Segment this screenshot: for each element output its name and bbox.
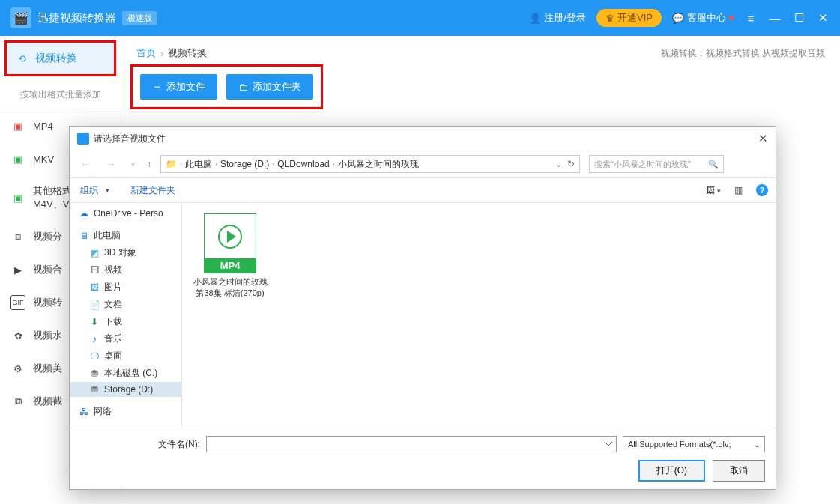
search-input[interactable]: 搜索"小风暴之时间的玫瑰" 🔍 xyxy=(589,155,724,173)
sidebar-active-label: 视频转换 xyxy=(35,52,77,65)
tree-drive-d[interactable]: ⛃Storage (D:) xyxy=(70,382,181,397)
new-folder-button[interactable]: 新建文件夹 xyxy=(127,183,178,198)
add-file-label: 添加文件 xyxy=(166,80,205,94)
cancel-button[interactable]: 取消 xyxy=(713,460,765,482)
file-filter-select[interactable]: All Supported Formats(*.qlv; ⌄ xyxy=(623,436,765,452)
file-ext-badge: MP4 xyxy=(205,258,256,273)
path-seg[interactable]: 此电脑 xyxy=(185,158,212,171)
vip-label: 开通VIP xyxy=(617,11,653,25)
view-mode-button[interactable]: 🖼 ▾ xyxy=(706,185,721,195)
sidebar-label: 视频截 xyxy=(33,395,62,408)
sidebar-label: MP4 xyxy=(33,121,53,132)
nav-forward-button[interactable]: → xyxy=(103,158,119,170)
sidebar-label: 视频水 xyxy=(33,329,62,342)
sidebar-label: 视频美 xyxy=(33,362,62,375)
split-icon: ⧈ xyxy=(10,229,25,244)
mp4-icon: ▣ xyxy=(10,118,25,133)
add-folder-label: 添加文件夹 xyxy=(253,80,301,94)
tree-documents[interactable]: 📄文档 xyxy=(70,296,181,313)
merge-icon: ▶ xyxy=(10,262,25,277)
minimize-button[interactable]: — xyxy=(768,11,782,25)
edition-badge: 极速版 xyxy=(122,11,157,25)
nav-back-button[interactable]: ← xyxy=(77,158,94,170)
folder-tree: ☁OneDrive - Perso 🖥此电脑 ◩3D 对象 🎞视频 🖼图片 📄文… xyxy=(70,203,182,428)
tree-videos[interactable]: 🎞视频 xyxy=(70,261,181,279)
tree-desktop[interactable]: 🖵桌面 xyxy=(70,347,181,365)
login-link[interactable]: 👤 注册/登录 xyxy=(529,11,586,25)
filename-input[interactable] xyxy=(206,436,617,452)
notification-dot-icon xyxy=(729,16,734,20)
nav-recent-button[interactable]: ▾ xyxy=(128,160,138,168)
gif-icon: GIF xyxy=(10,295,25,310)
support-link[interactable]: 💬 客服中心 xyxy=(672,11,734,25)
watermark-icon: ✿ xyxy=(10,328,25,343)
help-button[interactable]: ? xyxy=(756,184,768,196)
dialog-title: 请选择音视频文件 xyxy=(94,133,166,145)
tree-drive-c[interactable]: ⛃本地磁盘 (C:) xyxy=(70,365,181,382)
convert-icon: ⟲ xyxy=(14,51,29,66)
maximize-button[interactable]: ☐ xyxy=(792,11,806,25)
sidebar-label: 视频转 xyxy=(33,296,62,309)
chevron-right-icon: › xyxy=(333,160,335,168)
breadcrumb-desc: 视频转换：视频格式转换,从视频提取音频 xyxy=(661,47,825,60)
sidebar-item-video-convert[interactable]: ⟲ 视频转换 xyxy=(4,40,116,76)
chevron-down-icon: ⌄ xyxy=(754,440,760,449)
pc-icon: 🖥 xyxy=(79,231,89,241)
breadcrumb: 首页 › 视频转换 视频转换：视频格式转换,从视频提取音频 xyxy=(121,36,840,64)
tree-3dobjects[interactable]: ◩3D 对象 xyxy=(70,244,181,261)
user-icon: 👤 xyxy=(529,13,541,24)
dialog-titlebar: 请选择音视频文件 ✕ xyxy=(70,127,776,151)
address-bar[interactable]: 📁 › 此电脑 › Storage (D:) › QLDownload › 小风… xyxy=(160,155,580,173)
video-icon: 🎞 xyxy=(89,265,100,276)
folder-icon: 🗀 xyxy=(238,82,248,93)
filename-label: 文件名(N): xyxy=(80,438,200,451)
chevron-right-icon: › xyxy=(160,48,163,59)
breadcrumb-home[interactable]: 首页 xyxy=(136,46,156,60)
cube-icon: ◩ xyxy=(89,248,100,258)
dialog-bottom: 文件名(N): All Supported Formats(*.qlv; ⌄ 打… xyxy=(70,428,776,489)
path-seg[interactable]: Storage (D:) xyxy=(220,159,269,169)
sidebar-label: MKV xyxy=(33,154,54,165)
file-open-dialog: 请选择音视频文件 ✕ ← → ▾ ↑ 📁 › 此电脑 › Storage (D:… xyxy=(69,126,776,490)
tree-onedrive[interactable]: ☁OneDrive - Perso xyxy=(70,206,181,221)
tree-network[interactable]: 🖧网络 xyxy=(70,403,181,420)
sidebar-label: 其他格式 M4V、V xyxy=(33,184,72,211)
screenshot-icon: ⧉ xyxy=(10,394,25,409)
drive-icon: ⛃ xyxy=(89,368,100,379)
drive-icon: ⛃ xyxy=(89,384,100,395)
folder-icon: 📁 xyxy=(166,159,177,169)
menu-button[interactable]: ≡ xyxy=(744,11,758,25)
support-label: 客服中心 xyxy=(687,11,726,25)
cloud-icon: ☁ xyxy=(79,208,89,219)
tree-music[interactable]: ♪音乐 xyxy=(70,330,181,347)
play-icon xyxy=(218,225,242,249)
nav-up-button[interactable]: ↑ xyxy=(147,159,151,169)
desktop-icon: 🖵 xyxy=(89,351,100,362)
dialog-toolbar: 组织 ▾ 新建文件夹 🖼 ▾ ▥ ? xyxy=(70,177,776,203)
sidebar-label: 视频合 xyxy=(33,263,62,276)
tree-downloads[interactable]: ⬇下载 xyxy=(70,313,181,330)
file-list[interactable]: MP4 小风暴之时间的玫瑰 第38集 标清(270p) xyxy=(182,203,776,428)
add-file-button[interactable]: ＋ 添加文件 xyxy=(140,74,217,100)
filter-label: All Supported Formats(*.qlv; xyxy=(628,440,731,449)
open-button[interactable]: 打开(O) xyxy=(638,460,705,482)
path-seg[interactable]: 小风暴之时间的玫瑰 xyxy=(338,158,419,171)
music-icon: ♪ xyxy=(89,334,100,344)
tree-thispc[interactable]: 🖥此电脑 xyxy=(70,227,181,244)
file-item[interactable]: MP4 小风暴之时间的玫瑰 第38集 标清(270p) xyxy=(193,213,268,299)
refresh-button[interactable]: ↻ xyxy=(567,159,575,169)
chevron-down-icon[interactable]: ⌄ xyxy=(555,160,561,168)
add-folder-button[interactable]: 🗀 添加文件夹 xyxy=(226,74,313,100)
file-name: 小风暴之时间的玫瑰 第38集 标清(270p) xyxy=(193,276,268,299)
preview-pane-button[interactable]: ▥ xyxy=(734,185,743,195)
dialog-nav: ← → ▾ ↑ 📁 › 此电脑 › Storage (D:) › QLDownl… xyxy=(70,151,776,177)
breadcrumb-current: 视频转换 xyxy=(168,46,207,60)
tree-pictures[interactable]: 🖼图片 xyxy=(70,279,181,296)
add-buttons-highlight: ＋ 添加文件 🗀 添加文件夹 xyxy=(130,64,323,109)
dialog-close-button[interactable]: ✕ xyxy=(758,132,768,145)
vip-button[interactable]: ♛ 开通VIP xyxy=(596,9,662,27)
path-seg[interactable]: QLDownload xyxy=(277,159,329,169)
organize-menu[interactable]: 组织 xyxy=(77,183,101,198)
close-button[interactable]: ✕ xyxy=(816,11,830,25)
sidebar-hint: 按输出格式批量添加 xyxy=(0,81,121,109)
